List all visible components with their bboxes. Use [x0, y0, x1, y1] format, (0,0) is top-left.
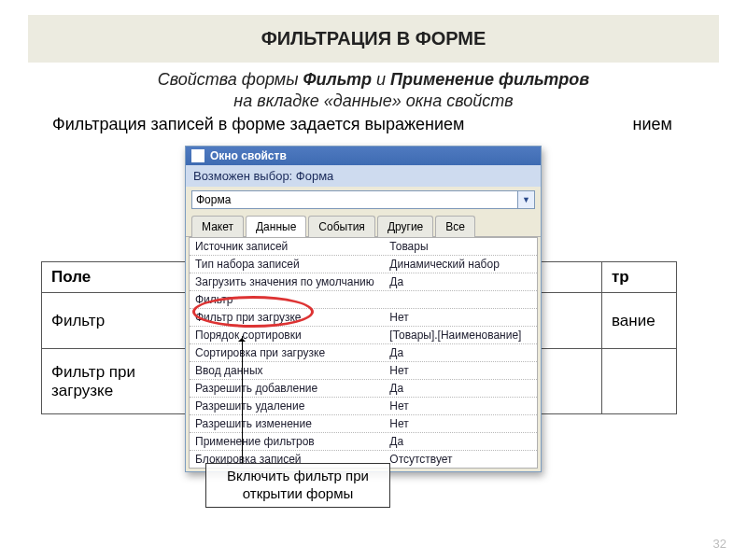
- property-row[interactable]: Ввод данныхНет: [190, 362, 537, 380]
- tab-другие[interactable]: Другие: [377, 216, 433, 237]
- tabs: МакетДанныеСобытияДругиеВсе: [186, 215, 541, 237]
- property-value[interactable]: Нет: [384, 398, 537, 414]
- property-value[interactable]: Отсутствует: [384, 451, 537, 468]
- property-value[interactable]: Да: [384, 380, 537, 397]
- property-row[interactable]: Фильтр: [190, 291, 537, 309]
- table-cell: [602, 349, 677, 414]
- property-name: Порядок сортировки: [190, 327, 384, 343]
- object-combo-input[interactable]: [191, 190, 518, 209]
- property-name: Фильтр: [190, 291, 384, 308]
- page-title: ФИЛЬТРАЦИЯ В ФОРМЕ: [28, 15, 719, 63]
- text: и: [372, 70, 390, 89]
- subtitle-line2: на вкладке «данные» окна свойств: [37, 91, 710, 111]
- property-row[interactable]: Порядок сортировки[Товары].[Наименование…: [190, 327, 537, 344]
- subtitle-line1: Свойства формы Фильтр и Применение фильт…: [37, 70, 710, 90]
- property-row[interactable]: Применение фильтровДа: [190, 433, 537, 451]
- chevron-down-icon[interactable]: ▼: [518, 190, 535, 209]
- property-value[interactable]: [Товары].[Наименование]: [384, 327, 537, 343]
- callout-box: Включить фильтр при открытии формы: [205, 463, 390, 508]
- page-number: 32: [713, 537, 726, 551]
- property-value[interactable]: Да: [384, 273, 537, 290]
- property-name: Сортировка при загрузке: [190, 344, 384, 361]
- properties-grid: Источник записейТоварыТип набора записей…: [189, 237, 538, 469]
- property-row[interactable]: Разрешить изменениеНет: [190, 415, 537, 433]
- property-value[interactable]: Динамический набор: [384, 256, 537, 273]
- text-bold: Применение фильтров: [390, 70, 589, 89]
- window-icon: [191, 149, 204, 162]
- property-row[interactable]: Фильтр при загрузкеНет: [190, 309, 537, 327]
- property-value[interactable]: Нет: [384, 309, 537, 326]
- property-value[interactable]: Товары: [384, 238, 537, 255]
- selection-label: Возможен выбор: Форма: [186, 165, 541, 187]
- text: нием: [633, 115, 672, 134]
- property-row[interactable]: Разрешить удалениеНет: [190, 398, 537, 415]
- property-row[interactable]: Загрузить значения по умолчаниюДа: [190, 273, 537, 291]
- property-value[interactable]: Да: [384, 344, 537, 361]
- description-text: Фильтрация записей в форме задается выра…: [37, 115, 710, 134]
- tab-макет[interactable]: Макет: [191, 216, 244, 237]
- properties-window: Окно свойств Возможен выбор: Форма ▼ Мак…: [185, 146, 542, 472]
- table-header: тр: [602, 262, 677, 293]
- property-name: Разрешить изменение: [190, 415, 384, 432]
- property-name: Фильтр при загрузке: [190, 309, 384, 326]
- property-value[interactable]: [384, 291, 537, 308]
- text: Свойства формы: [158, 70, 303, 89]
- tab-события[interactable]: События: [308, 216, 375, 237]
- table-cell: вание: [602, 293, 677, 349]
- property-name: Разрешить удаление: [190, 398, 384, 414]
- property-value[interactable]: Нет: [384, 362, 537, 379]
- property-name: Источник записей: [190, 238, 384, 255]
- object-combo[interactable]: ▼: [186, 187, 541, 215]
- tab-все[interactable]: Все: [435, 216, 475, 237]
- text: Фильтрация записей в форме задается выра…: [52, 115, 464, 134]
- property-row[interactable]: Сортировка при загрузкеДа: [190, 344, 537, 362]
- property-name: Применение фильтров: [190, 433, 384, 450]
- property-value[interactable]: Нет: [384, 415, 537, 432]
- property-name: Тип набора записей: [190, 256, 384, 273]
- property-row[interactable]: Разрешить добавлениеДа: [190, 380, 537, 398]
- property-value[interactable]: Да: [384, 433, 537, 450]
- window-titlebar[interactable]: Окно свойств: [186, 147, 541, 165]
- property-row[interactable]: Тип набора записейДинамический набор: [190, 256, 537, 273]
- property-row[interactable]: Источник записейТовары: [190, 238, 537, 256]
- window-title-text: Окно свойств: [210, 149, 287, 162]
- property-name: Загрузить значения по умолчанию: [190, 273, 384, 290]
- property-name: Разрешить добавление: [190, 380, 384, 397]
- property-name: Ввод данных: [190, 362, 384, 379]
- text-bold: Фильтр: [303, 70, 372, 89]
- tab-данные[interactable]: Данные: [246, 216, 306, 237]
